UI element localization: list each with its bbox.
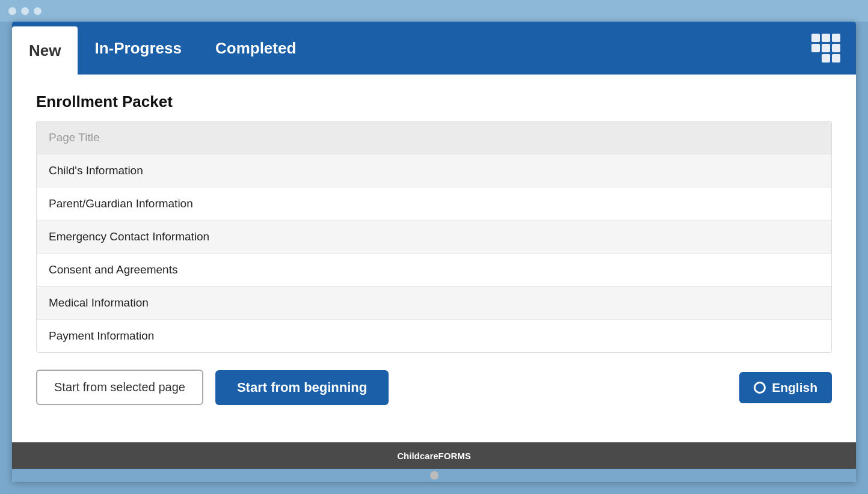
svg-rect-1 bbox=[822, 34, 830, 42]
list-item[interactable]: Consent and Agreements bbox=[37, 254, 831, 287]
minimize-button[interactable] bbox=[21, 7, 29, 15]
logo-icon bbox=[810, 32, 842, 64]
start-from-selected-button[interactable]: Start from selected page bbox=[36, 370, 203, 405]
list-item[interactable]: Emergency Contact Information bbox=[37, 221, 831, 254]
packet-title: Enrollment Packet bbox=[36, 93, 832, 111]
footer: ChildcareFORMS bbox=[12, 442, 856, 469]
titlebar bbox=[0, 0, 868, 22]
maximize-button[interactable] bbox=[34, 7, 42, 15]
svg-rect-3 bbox=[811, 44, 820, 52]
svg-rect-7 bbox=[832, 54, 840, 63]
list-item[interactable]: Child's Information bbox=[37, 154, 831, 188]
tab-in-progress[interactable]: In-Progress bbox=[78, 22, 199, 75]
page-list: Page Title Child's Information Parent/Gu… bbox=[36, 121, 832, 353]
tab-completed[interactable]: Completed bbox=[199, 22, 313, 75]
page-list-header: Page Title bbox=[37, 121, 831, 154]
traffic-lights bbox=[8, 7, 42, 15]
tab-new[interactable]: New bbox=[12, 26, 78, 75]
svg-rect-0 bbox=[811, 34, 820, 42]
svg-rect-4 bbox=[822, 44, 830, 52]
logo bbox=[810, 22, 856, 75]
list-item[interactable]: Parent/Guardian Information bbox=[37, 188, 831, 221]
footer-brand: ChildcareFORMS bbox=[397, 451, 471, 461]
app-window: New In-Progress Completed bbox=[12, 22, 856, 482]
list-item[interactable]: Payment Information bbox=[37, 320, 831, 352]
svg-rect-5 bbox=[832, 44, 840, 52]
close-button[interactable] bbox=[8, 7, 16, 15]
nav-bar: New In-Progress Completed bbox=[12, 22, 856, 75]
list-item[interactable]: Medical Information bbox=[37, 287, 831, 320]
buttons-row: Start from selected page Start from begi… bbox=[36, 370, 832, 405]
footer-dot-indicator bbox=[430, 471, 439, 480]
language-radio-icon bbox=[754, 382, 766, 394]
language-button[interactable]: English bbox=[739, 372, 832, 403]
svg-rect-2 bbox=[832, 34, 840, 42]
main-content: Enrollment Packet Page Title Child's Inf… bbox=[12, 75, 856, 442]
start-from-beginning-button[interactable]: Start from beginning bbox=[215, 370, 389, 405]
svg-rect-6 bbox=[822, 54, 830, 63]
footer-bottom bbox=[12, 469, 856, 482]
